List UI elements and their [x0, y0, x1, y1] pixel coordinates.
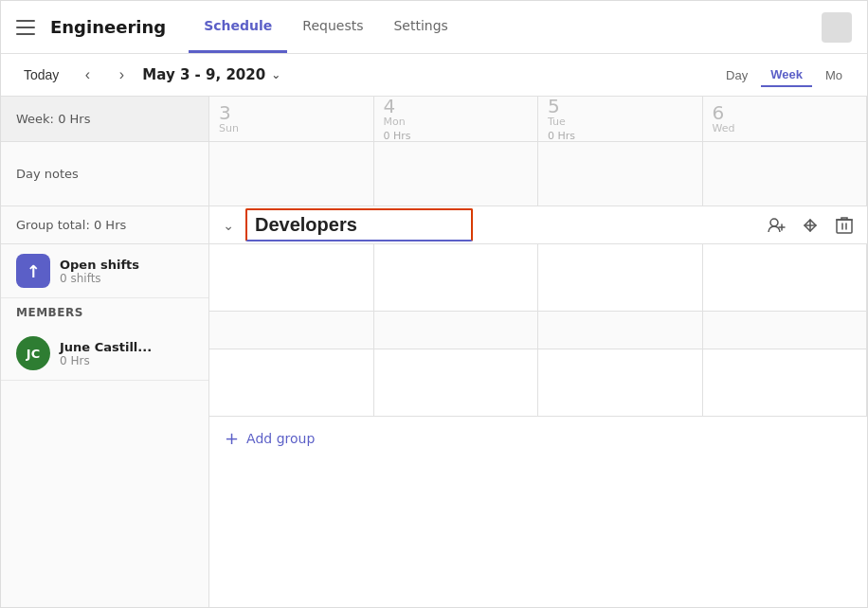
group-header-content: ⌄ — [209, 208, 753, 241]
day-header-sun: 3 Sun — [209, 97, 374, 141]
open-shifts-name: Open shifts — [60, 258, 139, 272]
user-avatar[interactable] — [822, 12, 852, 43]
delete-group-button[interactable] — [829, 210, 859, 241]
open-shifts-avatar: ↑ — [16, 254, 50, 288]
group-name-input[interactable] — [245, 208, 473, 241]
group-actions — [753, 210, 867, 241]
day-hrs-tue: 0 Hrs — [548, 130, 575, 142]
move-group-button[interactable] — [795, 210, 825, 241]
main-content: Week: 0 Hrs Day notes Group total: 0 Hrs… — [1, 97, 867, 607]
tab-requests[interactable]: Requests — [287, 1, 378, 53]
day-name-sun: Sun — [219, 122, 239, 134]
add-group-label: Add group — [246, 431, 315, 446]
day-number-tue: 5 — [548, 97, 560, 116]
view-day-button[interactable]: Day — [716, 64, 757, 86]
member-june: JC June Castill... 0 Hrs — [1, 327, 208, 381]
svg-point-0 — [770, 219, 778, 226]
view-toggle: Day Week Mo — [716, 63, 852, 87]
prev-week-button[interactable]: ‹ — [74, 62, 100, 88]
day-notes-row — [209, 142, 867, 206]
member-cells — [209, 349, 867, 416]
day-notes-cell-tue — [538, 142, 703, 206]
open-shifts-item: ↑ Open shifts 0 shifts — [1, 244, 208, 298]
open-shifts-count: 0 shifts — [60, 272, 139, 285]
open-shift-cell-sun[interactable] — [209, 244, 374, 311]
day-header-mon: 4 Mon 0 Hrs — [374, 97, 539, 141]
day-number-sun: 3 — [219, 103, 231, 122]
members-section-title: Members — [1, 298, 208, 327]
member-cell-wed[interactable] — [703, 349, 868, 416]
member-cell-mon[interactable] — [374, 349, 539, 416]
day-name-wed: Wed — [713, 122, 735, 134]
add-group-plus-icon: + — [225, 428, 239, 448]
hamburger-menu-icon[interactable] — [16, 20, 35, 35]
today-button[interactable]: Today — [16, 63, 66, 86]
empty-cell-1 — [209, 312, 374, 349]
member-june-name: June Castill... — [60, 340, 152, 354]
app-title: Engineering — [50, 17, 166, 37]
schedule-toolbar: Today ‹ › May 3 - 9, 2020 ⌄ Day Week Mo — [1, 54, 867, 97]
open-shift-cell-wed[interactable] — [703, 244, 868, 311]
member-june-avatar: JC — [16, 336, 50, 370]
day-name-mon: Mon — [384, 116, 406, 128]
day-notes-cell-mon — [374, 142, 539, 206]
calendar-area: 3 Sun 4 Mon 0 Hrs 5 Tue 0 Hrs 6 Wed — [209, 97, 867, 607]
day-header-wed: 6 Wed — [703, 97, 868, 141]
view-month-button[interactable]: Mo — [816, 64, 852, 86]
nav-tabs: Schedule Requests Settings — [189, 1, 463, 53]
week-total: Week: 0 Hrs — [1, 97, 208, 142]
day-notes-cell-sun — [209, 142, 374, 206]
day-number-wed: 6 — [713, 103, 725, 122]
day-hrs-mon: 0 Hrs — [384, 130, 411, 142]
member-june-row — [209, 349, 867, 417]
open-shifts-cells-row — [209, 244, 867, 312]
separator-row — [209, 312, 867, 349]
day-notes-label: Day notes — [1, 142, 208, 206]
member-cell-tue[interactable] — [538, 349, 703, 416]
open-shift-cell-tue[interactable] — [538, 244, 703, 311]
open-shifts-info: Open shifts 0 shifts — [60, 258, 139, 285]
group-collapse-button[interactable]: ⌄ — [217, 214, 240, 237]
empty-cell-4 — [703, 312, 868, 349]
day-number-mon: 4 — [384, 97, 396, 116]
group-header-row: ⌄ — [209, 206, 867, 244]
empty-cell-3 — [538, 312, 703, 349]
next-week-button[interactable]: › — [108, 62, 135, 88]
add-group-row[interactable]: + Add group — [209, 417, 867, 459]
date-range-label: May 3 - 9, 2020 — [142, 66, 265, 83]
day-header-tue: 5 Tue 0 Hrs — [538, 97, 703, 141]
day-notes-cell-wed — [703, 142, 868, 206]
assign-people-button[interactable] — [761, 210, 791, 241]
day-headers-row: 3 Sun 4 Mon 0 Hrs 5 Tue 0 Hrs 6 Wed — [209, 97, 867, 142]
open-shifts-cells — [209, 244, 867, 311]
empty-cell-2 — [374, 312, 539, 349]
sidebar: Week: 0 Hrs Day notes Group total: 0 Hrs… — [1, 97, 209, 607]
open-shift-cell-mon[interactable] — [374, 244, 539, 311]
svg-rect-1 — [837, 220, 852, 233]
member-june-hours: 0 Hrs — [60, 354, 152, 367]
member-june-info: June Castill... 0 Hrs — [60, 340, 152, 367]
app-header: Engineering Schedule Requests Settings — [1, 1, 867, 54]
view-week-button[interactable]: Week — [761, 63, 812, 87]
tab-settings[interactable]: Settings — [378, 1, 462, 53]
group-total: Group total: 0 Hrs — [1, 206, 208, 244]
date-range-picker[interactable]: May 3 - 9, 2020 ⌄ — [142, 66, 280, 83]
tab-schedule[interactable]: Schedule — [189, 1, 287, 53]
member-cell-sun[interactable] — [209, 349, 374, 416]
day-name-tue: Tue — [548, 116, 566, 128]
chevron-down-icon: ⌄ — [271, 68, 280, 81]
